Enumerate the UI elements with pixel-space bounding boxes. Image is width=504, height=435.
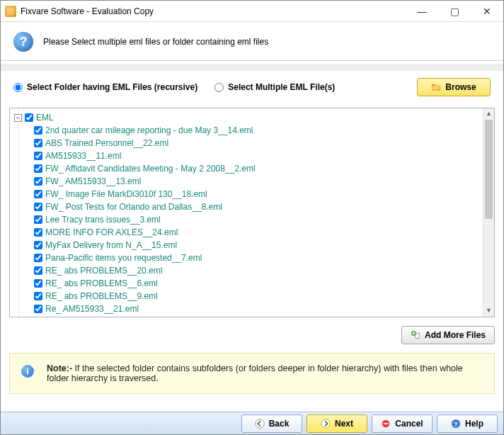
tree-item[interactable]: FW_ Image File MarkDi3010f 130__18.eml [13,188,480,200]
wizard-footer: Back Next Cancel ? Help [1,412,503,434]
tree-item[interactable]: Lee Tracy trans issues__3.eml [13,213,480,226]
tree-item-checkbox[interactable] [34,203,42,211]
tree-item[interactable]: FW_ Post Tests for Orlando and Dallas__8… [13,200,480,213]
arrow-left-icon [255,419,265,429]
folder-open-icon [431,82,441,92]
tree-item-label: Re_ AM515933__21.eml [45,304,139,314]
tree-item-label: RE_ abs PROBLEMS__20.eml [45,266,162,276]
info-icon: i [21,365,34,378]
svg-text:?: ? [454,420,457,427]
note-text: Note:- If the selected folder contains s… [47,363,483,383]
question-icon: ? [13,32,33,52]
tree-item-checkbox[interactable] [34,305,42,313]
back-button-label: Back [269,419,290,429]
tree-item-checkbox[interactable] [34,254,42,262]
tree-expander[interactable]: − [14,114,22,122]
tree-item-checkbox[interactable] [34,164,42,173]
tree-item-label: FW_ Image File MarkDi3010f 130__18.eml [45,189,207,199]
svg-rect-2 [416,333,419,338]
tree-item[interactable]: FW_ AM515933__13.eml [13,175,480,188]
help-button-label: Help [465,419,483,429]
tree-item-checkbox[interactable] [34,266,42,275]
tree-item[interactable]: RE_ abs PROBLEMS__6.eml [13,277,480,290]
add-more-files-label: Add More Files [425,330,486,340]
file-tree[interactable]: −EML2nd quarter car mileage reporting - … [10,108,483,317]
tree-item[interactable]: RE_ abs PROBLEMS__9.eml [13,290,480,303]
minimize-button[interactable]: — [406,1,438,22]
tree-item-label: FW_ AM515933__13.eml [45,176,141,186]
radio-select-folder[interactable]: Select Folder having EML Files (recursiv… [13,82,197,92]
arrow-right-icon [321,419,331,429]
tree-item[interactable]: Re_ AM515933__21.eml [13,303,480,315]
scroll-up-button[interactable]: ▲ [483,108,494,120]
tree-root-label[interactable]: EML [36,113,54,123]
tree-item-checkbox[interactable] [34,190,42,198]
tree-item-checkbox[interactable] [34,279,42,288]
radio-select-files-label: Select Multiple EML File(s) [228,82,335,92]
tree-item[interactable]: Pana-Pacific items you requested__7.eml [13,252,480,264]
svg-point-4 [321,419,330,427]
tree-item-label: MORE INFO FOR AXLES__24.eml [45,227,178,237]
cancel-button[interactable]: Cancel [372,414,433,433]
tree-item[interactable]: MORE INFO FOR AXLES__24.eml [13,226,480,239]
add-more-row: Add More Files [1,323,503,350]
tree-item-checkbox[interactable] [34,139,42,147]
help-icon: ? [451,419,461,429]
tree-item-label: RE_ abs PROBLEMS__6.eml [45,278,158,288]
tree-item-checkbox[interactable] [34,177,42,186]
scrollbar-vertical[interactable]: ▲ ▼ [483,108,494,317]
radio-select-files[interactable]: Select Multiple EML File(s) [214,82,335,92]
cancel-icon [381,419,391,429]
radio-select-files-input[interactable] [214,83,224,92]
browse-button-label: Browse [445,82,476,92]
radio-select-folder-input[interactable] [13,83,23,92]
scroll-thumb[interactable] [485,120,493,219]
note-box: i Note:- If the selected folder contains… [9,353,495,394]
tree-item-label: FW_ Post Tests for Orlando and Dallas__8… [45,202,222,212]
header-instruction: Please Select multiple eml files or fold… [43,37,268,47]
next-button-label: Next [335,419,353,429]
tree-item-checkbox[interactable] [34,292,42,300]
file-tree-panel: −EML2nd quarter car mileage reporting - … [9,108,495,317]
source-options-row: Select Folder having EML Files (recursiv… [1,71,503,103]
tree-item-checkbox[interactable] [34,215,42,224]
tree-item-checkbox[interactable] [34,126,42,135]
note-prefix: Note:- [47,363,72,373]
cancel-button-label: Cancel [395,419,423,429]
back-button[interactable]: Back [241,414,302,433]
tree-item-label: FW_ Affidavit Candidates Meeting - May 2… [45,164,256,174]
tree-item[interactable]: MyFax Delivery from N_A__15.eml [13,239,480,252]
help-button[interactable]: ? Help [437,414,498,433]
add-more-files-button[interactable]: Add More Files [401,326,495,344]
tree-item[interactable]: FW_ Affidavit Candidates Meeting - May 2… [13,162,480,175]
separator [1,60,503,61]
window-title: Fixvare Software - Evaluation Copy [21,6,406,16]
titlebar: Fixvare Software - Evaluation Copy — ▢ ✕ [1,1,503,22]
tree-item[interactable]: AM515933__11.eml [13,149,480,162]
tree-item-label: RE_ abs PROBLEMS__9.eml [45,291,158,301]
tree-item[interactable]: 2nd quarter car mileage reporting - due … [13,124,480,137]
close-button[interactable]: ✕ [471,1,503,22]
tree-item-checkbox[interactable] [34,241,42,249]
next-button[interactable]: Next [307,414,367,433]
tree-item-checkbox[interactable] [34,152,42,160]
app-icon [5,6,16,17]
tree-item[interactable]: RE_ abs PROBLEMS__20.eml [13,264,480,277]
tree-item-label: AM515933__11.eml [45,151,121,161]
tree-item[interactable]: ABS Trained Personnel__22.eml [13,137,480,149]
maximize-button[interactable]: ▢ [438,1,471,22]
radio-select-folder-label: Select Folder having EML Files (recursiv… [27,82,197,92]
svg-rect-0 [7,7,15,15]
note-body: If the selected folder contains subfolde… [47,363,463,383]
tree-item-label: ABS Trained Personnel__22.eml [45,138,168,148]
svg-rect-6 [384,423,389,424]
plus-file-icon [411,330,420,340]
svg-point-3 [256,419,264,427]
tree-item-label: Lee Tracy trans issues__3.eml [45,215,161,225]
scroll-down-button[interactable]: ▼ [483,305,494,317]
panel-gap [1,64,503,71]
browse-button[interactable]: Browse [417,78,491,96]
tree-item-label: 2nd quarter car mileage reporting - due … [45,125,253,135]
tree-item-checkbox[interactable] [34,228,42,237]
tree-root-checkbox[interactable] [25,113,33,122]
